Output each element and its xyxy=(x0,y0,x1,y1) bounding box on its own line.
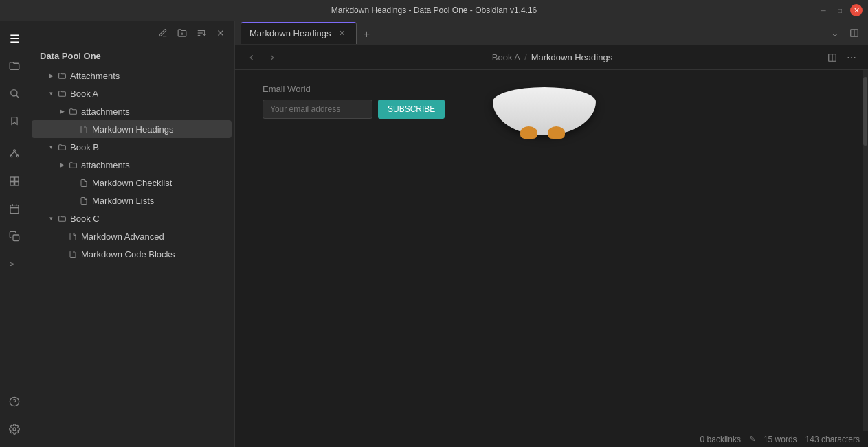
bookmark-icon[interactable] xyxy=(2,108,27,133)
content-area[interactable]: Email World SUBSCRIBE xyxy=(235,70,868,431)
activity-bar: ☰ xyxy=(0,21,29,447)
sidebar-item-book-a[interactable]: ▾ Book A xyxy=(32,84,232,102)
pencil-icon: ✎ xyxy=(749,435,755,444)
sidebar-content: Data Pool One ▶ Attachments ▾ xyxy=(29,45,234,447)
header-actions: ⋯ xyxy=(824,49,860,66)
tab-close-button[interactable]: ✕ xyxy=(337,27,348,38)
svg-line-1 xyxy=(16,95,19,98)
edit-status[interactable]: ✎ xyxy=(749,435,755,444)
vault-name: Data Pool One xyxy=(29,48,234,67)
more-options-button[interactable]: ⋯ xyxy=(843,49,860,66)
window-title: Markdown Headings - Data Pool One - Obsi… xyxy=(331,5,537,15)
sidebar-item-label: attachments xyxy=(81,106,130,117)
char-count-label: 143 characters xyxy=(805,435,860,444)
svg-point-3 xyxy=(10,155,12,157)
sidebar-item-book-a-attachments[interactable]: ▶ attachments xyxy=(32,102,232,120)
folder-open-icon xyxy=(56,88,67,99)
content-scrollbar[interactable] xyxy=(863,70,868,431)
sidebar-item-markdown-advanced[interactable]: ▶ Markdown Advanced xyxy=(32,227,232,245)
status-bar: 0 backlinks ✎ 15 words 143 characters xyxy=(235,431,868,447)
search-icon[interactable] xyxy=(2,81,27,106)
tab-label: Markdown Headings xyxy=(249,28,331,38)
subscribe-button[interactable]: SUBSCRIBE xyxy=(378,100,445,119)
sidebar-item-attachments[interactable]: ▶ Attachments xyxy=(32,67,232,84)
char-count-status[interactable]: 143 characters xyxy=(805,435,860,444)
svg-rect-7 xyxy=(10,177,14,181)
help-icon[interactable] xyxy=(2,389,27,414)
sidebar-item-label: Book A xyxy=(70,89,98,99)
sidebar-item-label: attachments xyxy=(81,160,130,170)
email-input[interactable] xyxy=(263,100,372,119)
folder-icon xyxy=(56,70,67,81)
titlebar-controls: ─ □ ✕ xyxy=(817,4,863,16)
blocks-icon[interactable] xyxy=(2,169,27,194)
back-button[interactable] xyxy=(243,49,260,66)
minimize-button[interactable]: ─ xyxy=(817,4,830,16)
sidebar-item-label: Markdown Advanced xyxy=(81,231,164,242)
sidebar-item-book-c[interactable]: ▾ Book C xyxy=(32,209,232,227)
svg-point-4 xyxy=(16,155,19,157)
collapse-all-button[interactable] xyxy=(212,25,229,41)
sidebar-item-markdown-code-blocks[interactable]: ▶ Markdown Code Blocks xyxy=(32,245,232,263)
new-tab-button[interactable]: + xyxy=(357,25,377,44)
breadcrumb: Book A / Markdown Headings xyxy=(492,52,612,62)
folder-icon xyxy=(56,213,67,224)
file-icon xyxy=(78,124,89,135)
chevron-right-icon: ▶ xyxy=(56,106,67,117)
scrollbar-thumb xyxy=(863,77,867,146)
sidebar-item-markdown-headings[interactable]: ▶ Markdown Headings xyxy=(32,120,232,138)
breadcrumb-separator: / xyxy=(524,52,527,62)
sidebar-item-label: Markdown Lists xyxy=(92,196,154,206)
sidebar-item-markdown-checklist[interactable]: ▶ Markdown Checklist xyxy=(32,174,232,192)
svg-point-18 xyxy=(13,428,16,431)
new-note-button[interactable] xyxy=(155,25,171,41)
split-editor-button[interactable] xyxy=(846,25,863,41)
file-icon xyxy=(67,231,78,242)
backlinks-label: 0 backlinks xyxy=(700,435,741,444)
calendar-icon[interactable] xyxy=(2,196,27,221)
svg-rect-15 xyxy=(13,235,19,241)
tabs-container: Markdown Headings ✕ + xyxy=(241,22,821,44)
newsletter-email-row: SUBSCRIBE xyxy=(263,100,445,119)
file-icon xyxy=(67,249,78,260)
word-count-label: 15 words xyxy=(764,435,797,444)
chevron-right-icon: ▶ xyxy=(45,70,56,81)
duck-foot-right xyxy=(548,126,565,139)
sidebar-item-book-b[interactable]: ▾ Book B xyxy=(32,138,232,156)
breadcrumb-parent[interactable]: Book A xyxy=(492,52,520,62)
svg-point-0 xyxy=(11,90,17,96)
svg-rect-9 xyxy=(10,182,14,185)
maximize-button[interactable]: □ xyxy=(834,4,846,16)
folder-icon xyxy=(67,106,78,117)
svg-line-5 xyxy=(11,152,14,155)
terminal-icon[interactable]: >_ xyxy=(2,251,27,276)
sidebar-item-markdown-lists[interactable]: ▶ Markdown Lists xyxy=(32,192,232,209)
main-area: Markdown Headings ✕ + ⌄ xyxy=(235,21,868,447)
new-folder-button[interactable] xyxy=(174,25,190,41)
forward-button[interactable] xyxy=(264,49,280,66)
graph-icon[interactable] xyxy=(2,141,27,166)
copy-icon[interactable] xyxy=(2,224,27,249)
sidebar-toolbar xyxy=(29,21,234,45)
sidebar-item-book-b-attachments[interactable]: ▶ attachments xyxy=(32,156,232,174)
svg-rect-11 xyxy=(10,205,19,214)
close-button[interactable]: ✕ xyxy=(850,4,863,16)
folder-icon xyxy=(56,141,67,152)
settings-icon[interactable] xyxy=(2,417,27,442)
split-view-button[interactable] xyxy=(824,49,841,66)
folder-icon[interactable] xyxy=(2,54,27,78)
file-icon xyxy=(78,177,89,188)
tab-dropdown-button[interactable]: ⌄ xyxy=(827,25,843,41)
app-body: ☰ xyxy=(0,21,868,447)
word-count-status[interactable]: 15 words xyxy=(764,435,797,444)
sort-button[interactable] xyxy=(193,25,210,41)
backlinks-status[interactable]: 0 backlinks xyxy=(700,435,741,444)
titlebar: Markdown Headings - Data Pool One - Obsi… xyxy=(0,0,868,21)
sidebar-item-label: Attachments xyxy=(70,71,120,81)
tab-markdown-headings[interactable]: Markdown Headings ✕ xyxy=(241,22,357,44)
file-icon xyxy=(78,195,89,206)
svg-rect-8 xyxy=(15,177,19,181)
sidebar-toggle-icon[interactable]: ☰ xyxy=(2,26,27,51)
svg-line-6 xyxy=(14,152,18,155)
sidebar-item-label: Markdown Headings xyxy=(92,124,174,135)
